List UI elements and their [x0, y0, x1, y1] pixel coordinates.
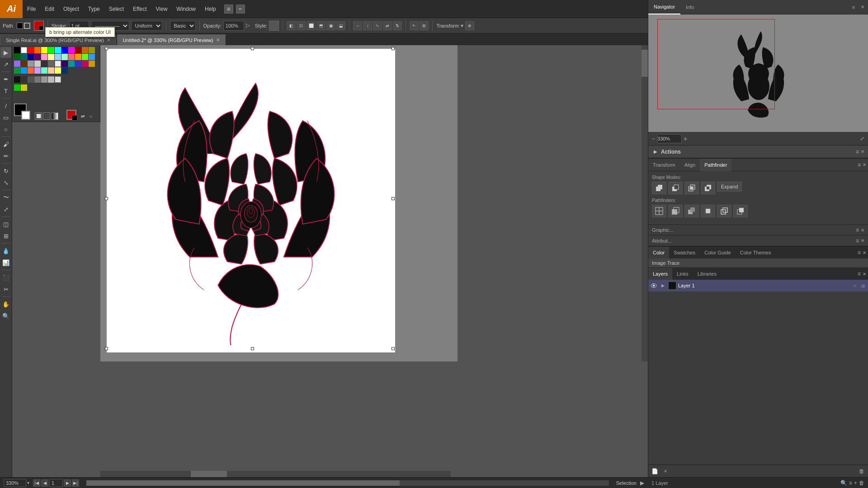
attributes-options-icon[interactable]: ≡ [856, 238, 859, 244]
tab-transform[interactable]: Transform [648, 159, 680, 171]
swatch-g7[interactable] [55, 76, 61, 83]
swatch-darkred[interactable] [75, 47, 81, 53]
basic-select[interactable]: Basic [170, 21, 196, 31]
line-tool[interactable]: / [0, 100, 11, 111]
layer-visibility-icon[interactable] [650, 282, 657, 289]
default-colors-icon[interactable]: ○ [87, 113, 94, 120]
horizontal-scroll-thumb[interactable] [191, 471, 227, 477]
layers-tab[interactable]: Layers [648, 268, 672, 280]
menu-edit[interactable]: Edit [40, 0, 59, 18]
close-tap-icon[interactable]: ✕ [863, 162, 866, 167]
menu-window[interactable]: Window [172, 0, 200, 18]
chart-tool[interactable]: 📊 [0, 257, 11, 268]
swatch-darkgray[interactable] [41, 61, 47, 67]
actions-options-icon[interactable]: ≡ [856, 149, 859, 155]
transform-expand-icon[interactable]: ▾ [461, 23, 463, 29]
close-graphic-icon[interactable]: ✕ [861, 228, 864, 233]
libraries-tab[interactable]: Libraries [693, 268, 721, 280]
swatch-white[interactable] [21, 47, 27, 53]
color-guide-tab[interactable]: Color Guide [700, 247, 736, 258]
close-color-icon[interactable]: ✕ [863, 250, 866, 255]
scale-tool[interactable]: ⤡ [0, 177, 11, 188]
tab-pathfinder[interactable]: Pathfinder [700, 159, 731, 171]
image-trace-label[interactable]: Image Trace [648, 258, 868, 268]
outline-btn[interactable] [717, 205, 731, 217]
gradient-tool[interactable]: ◫ [0, 219, 11, 230]
align-right-icon[interactable]: ⬜ [307, 21, 316, 30]
arrange-icon[interactable]: ⊞ [224, 5, 233, 14]
flip-v-icon[interactable]: ⇅ [393, 21, 402, 30]
zoom-out-icon[interactable]: − [652, 136, 655, 142]
direct-select-tool[interactable]: ↗ [0, 59, 11, 70]
type-tool[interactable]: T [0, 85, 11, 96]
opacity-input[interactable] [223, 21, 244, 31]
swatch-g1[interactable] [14, 76, 20, 83]
vertical-scrollbar[interactable] [642, 45, 648, 361]
swatch-g6[interactable] [48, 76, 54, 83]
info-tab[interactable]: Info [680, 0, 699, 14]
swatch-red1[interactable] [28, 47, 34, 53]
artboard-tool[interactable]: ⬛ [0, 272, 11, 283]
create-layer-icon[interactable]: + [661, 467, 670, 476]
fit-all-icon[interactable]: ⤢ [860, 136, 864, 142]
close-attributes-icon[interactable]: ✕ [861, 238, 864, 243]
group-icon[interactable]: ⊞ [420, 21, 429, 30]
menu-view[interactable]: View [151, 0, 172, 18]
mesh-tool[interactable]: ⊞ [0, 230, 11, 241]
minus-front-btn[interactable] [668, 182, 683, 194]
divide-btn[interactable] [652, 205, 666, 217]
selection-options-icon[interactable]: ▶ [640, 480, 644, 486]
accent-swatch-1[interactable] [14, 84, 20, 91]
eyedropper-tool[interactable]: 💧 [0, 245, 11, 256]
hand-tool[interactable]: ✋ [0, 299, 11, 310]
swatch-orange2[interactable] [75, 54, 81, 60]
swatch-mint[interactable] [41, 67, 47, 74]
swatch-lavender[interactable] [34, 67, 41, 74]
first-page-btn[interactable]: |◀ [33, 479, 40, 487]
swatch-green2[interactable] [82, 54, 88, 60]
background-color[interactable] [21, 111, 30, 120]
close-actions-icon[interactable]: ✕ [861, 149, 864, 154]
align-center-icon[interactable]: ⊡ [297, 21, 306, 30]
rect-tool[interactable]: ▭ [0, 112, 11, 123]
swatch-blue[interactable] [61, 47, 68, 53]
merge-btn[interactable] [684, 205, 699, 217]
delete-layer-icon[interactable]: 🗑 [857, 467, 866, 476]
swatch-darkblue[interactable] [28, 54, 34, 60]
swatch-peach[interactable] [48, 67, 54, 74]
expand-btn[interactable]: Expand [717, 182, 742, 192]
exclude-btn[interactable] [701, 182, 715, 194]
swap-colors-icon[interactable]: ⇄ [79, 113, 86, 120]
swatch-g2[interactable] [21, 76, 27, 83]
swatch-forestgreen[interactable] [14, 67, 20, 74]
color-tab[interactable]: Color [648, 247, 669, 258]
swatch-medgray[interactable] [48, 61, 54, 67]
rotate-tool[interactable]: ↻ [0, 165, 11, 176]
transform-icon[interactable]: ⤡ [373, 21, 382, 30]
zoom-tool[interactable]: 🔍 [0, 310, 11, 321]
accent-swatch-2[interactable] [21, 84, 27, 91]
tab-1[interactable]: Untitled-2* @ 330% (RGB/GPU Preview) ✕ [117, 34, 226, 45]
swatch-darkpurple[interactable] [61, 61, 68, 67]
layer-1-row[interactable]: ▶ Layer 1 ○ ◎ [648, 280, 868, 291]
zoom-in-icon[interactable]: + [684, 135, 687, 142]
flip-h-icon[interactable]: ⇌ [383, 21, 392, 30]
swatch-g5[interactable] [41, 76, 47, 83]
zoom-input[interactable] [4, 479, 26, 487]
status-add-icon[interactable]: + [854, 480, 857, 486]
swatch-coral[interactable] [28, 67, 34, 74]
fill-box[interactable] [17, 23, 23, 29]
tab-1-close[interactable]: ✕ [216, 38, 220, 42]
swatch-lightyellow[interactable] [48, 54, 54, 60]
tab-align[interactable]: Align [680, 159, 700, 171]
active-fill-red[interactable] [66, 110, 76, 120]
menu-help[interactable]: Help [200, 0, 221, 18]
last-page-btn[interactable]: ▶| [72, 479, 79, 487]
gradient-icon[interactable] [51, 113, 58, 120]
menu-select[interactable]: Select [104, 0, 128, 18]
swatch-teal[interactable] [21, 54, 27, 60]
navigator-tab[interactable]: Navigator [648, 0, 680, 14]
distrib-h-icon[interactable]: ↔ [353, 21, 362, 30]
distrib-v-icon[interactable]: ↕ [363, 21, 372, 30]
swatch-lime[interactable] [48, 47, 54, 53]
